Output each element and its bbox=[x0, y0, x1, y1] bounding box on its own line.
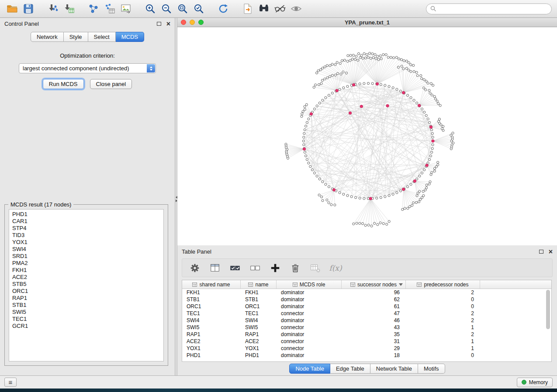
mcds-result-list[interactable]: PHD1CAR1STP4TID3YOX1SWI4SRD1PMA2FKH1ACE2… bbox=[9, 209, 164, 361]
new-network-button[interactable] bbox=[86, 2, 100, 16]
cell: ORC1 bbox=[241, 303, 277, 310]
table-scrollbar[interactable] bbox=[546, 290, 550, 360]
mcds-result-item[interactable]: PHD1 bbox=[12, 211, 163, 218]
table-panel: Table Panel × bbox=[177, 246, 557, 376]
mcds-result-item[interactable]: STP4 bbox=[12, 225, 163, 232]
zoom-fit-button[interactable] bbox=[176, 2, 190, 16]
search-network-button[interactable] bbox=[257, 2, 271, 16]
open-file-button[interactable] bbox=[5, 2, 19, 16]
mcds-result-item[interactable]: RAP1 bbox=[12, 295, 163, 302]
table-row[interactable]: ORC1ORC1dominator610 bbox=[182, 303, 545, 310]
minimize-window-icon[interactable] bbox=[190, 20, 195, 25]
run-mcds-button[interactable]: Run MCDS bbox=[43, 79, 84, 89]
show-details-button[interactable] bbox=[289, 2, 303, 16]
column-header-predecessor-nodes[interactable]: predecessor nodes bbox=[406, 280, 480, 289]
close-panel-icon[interactable]: × bbox=[166, 21, 170, 28]
tab-style[interactable]: Style bbox=[64, 32, 88, 42]
float-panel-icon[interactable] bbox=[157, 22, 161, 26]
add-column-button[interactable] bbox=[270, 262, 281, 274]
import-network-button[interactable] bbox=[46, 2, 60, 16]
hide-details-button[interactable] bbox=[273, 2, 287, 16]
status-menu-button[interactable]: ≡ bbox=[4, 378, 17, 387]
cell: connector bbox=[277, 345, 342, 352]
global-search-field[interactable] bbox=[426, 3, 552, 14]
network-image-icon bbox=[120, 3, 131, 14]
mcds-result-item[interactable]: ORC1 bbox=[12, 288, 163, 295]
network-titlebar[interactable]: YPA_prune.txt_1 bbox=[177, 18, 557, 27]
table-tab-network-table[interactable]: Network Table bbox=[370, 364, 418, 374]
mcds-result-item[interactable]: FKH1 bbox=[12, 267, 163, 274]
function-builder-button[interactable]: f(x) bbox=[330, 262, 341, 274]
table-row[interactable]: SWI5SWI5connector431 bbox=[182, 324, 545, 331]
cell: SWI5 bbox=[241, 324, 277, 331]
tab-select[interactable]: Select bbox=[88, 32, 116, 42]
cell: 47 bbox=[342, 310, 406, 317]
column-header-shared-name[interactable]: shared name bbox=[182, 280, 241, 289]
table-body: FKH1FKH1dominator962STB1STB1dominator620… bbox=[182, 289, 545, 361]
delete-column-button[interactable] bbox=[290, 262, 301, 274]
cell: RAP1 bbox=[241, 331, 277, 338]
mcds-result-groupbox: MCDS result (17 nodes) PHD1CAR1STP4TID3Y… bbox=[4, 204, 168, 366]
select-all-button[interactable] bbox=[229, 262, 241, 274]
mcds-result-item[interactable]: SRD1 bbox=[12, 253, 163, 260]
mcds-result-item[interactable]: GCR1 bbox=[12, 323, 163, 330]
zoom-selected-button[interactable] bbox=[192, 2, 206, 16]
refresh-button[interactable] bbox=[216, 2, 230, 16]
mcds-result-item[interactable]: PMA2 bbox=[12, 260, 163, 267]
table-row[interactable]: ACE2ACE2connector311 bbox=[182, 338, 545, 345]
zoom-in-button[interactable] bbox=[143, 2, 157, 16]
control-panel-tabs: NetworkStyleSelectMCDS bbox=[0, 32, 175, 42]
search-input[interactable] bbox=[439, 6, 547, 12]
maximize-window-icon[interactable] bbox=[198, 20, 204, 25]
table-row[interactable]: SWI4SWI4dominator462 bbox=[182, 317, 545, 324]
mcds-result-item[interactable]: SWI5 bbox=[12, 309, 163, 316]
mcds-result-item[interactable]: YOX1 bbox=[12, 239, 163, 246]
memory-button[interactable]: Memory bbox=[517, 378, 553, 387]
table-row[interactable]: FKH1FKH1dominator962 bbox=[182, 289, 545, 296]
table-tab-motifs[interactable]: Motifs bbox=[418, 364, 445, 374]
network-canvas[interactable] bbox=[177, 28, 557, 245]
table-row[interactable]: RAP1RAP1dominator352 bbox=[182, 331, 545, 338]
zoom-out-button[interactable] bbox=[159, 2, 173, 16]
delete-table-button[interactable] bbox=[310, 262, 321, 274]
deselect-all-button[interactable] bbox=[249, 262, 261, 274]
cell: connector bbox=[277, 310, 342, 317]
table-tab-edge-table[interactable]: Edge Table bbox=[330, 364, 370, 374]
show-columns-button[interactable] bbox=[209, 262, 221, 274]
column-header-MCDS-role[interactable]: MCDS role bbox=[277, 280, 342, 289]
table-tab-node-table[interactable]: Node Table bbox=[289, 364, 330, 374]
mcds-result-item[interactable]: STB1 bbox=[12, 302, 163, 309]
tab-mcds[interactable]: MCDS bbox=[116, 32, 144, 42]
cell: 43 bbox=[342, 324, 406, 331]
network-from-table-button[interactable] bbox=[103, 2, 117, 16]
column-header-name[interactable]: name bbox=[241, 280, 277, 289]
export-document-button[interactable] bbox=[241, 2, 255, 16]
cell: YOX1 bbox=[182, 345, 241, 352]
criterion-dropdown[interactable]: largest connected component (undirected) bbox=[19, 63, 156, 73]
mcds-result-item[interactable]: ACE2 bbox=[12, 274, 163, 281]
mcds-result-item[interactable]: TID3 bbox=[12, 232, 163, 239]
network-image-button[interactable] bbox=[119, 2, 133, 16]
network-graph[interactable] bbox=[177, 28, 557, 245]
table-row[interactable]: TEC1TEC1connector472 bbox=[182, 310, 545, 317]
scrollbar-thumb[interactable] bbox=[546, 290, 550, 329]
mcds-result-item[interactable]: STB5 bbox=[12, 281, 163, 288]
close-window-icon[interactable] bbox=[181, 20, 186, 25]
import-table-button[interactable] bbox=[62, 2, 76, 16]
close-panel-button[interactable]: Close panel bbox=[90, 79, 132, 89]
tab-network[interactable]: Network bbox=[31, 32, 64, 42]
table-row[interactable]: PHD1PHD1dominator180 bbox=[182, 352, 545, 359]
float-table-panel-icon[interactable] bbox=[539, 250, 543, 254]
close-table-panel-icon[interactable]: × bbox=[549, 248, 553, 255]
mcds-result-item[interactable]: TEC1 bbox=[12, 316, 163, 323]
save-button[interactable] bbox=[21, 2, 35, 16]
mcds-result-item[interactable]: SWI4 bbox=[12, 246, 163, 253]
mcds-result-item[interactable]: CAR1 bbox=[12, 218, 163, 225]
cell: FKH1 bbox=[241, 289, 277, 296]
delete-table-icon bbox=[310, 263, 321, 273]
column-header-successor-nodes[interactable]: successor nodes bbox=[342, 280, 406, 289]
table-settings-button[interactable] bbox=[189, 262, 201, 274]
table-row[interactable]: STB1STB1dominator620 bbox=[182, 296, 545, 303]
table-row[interactable]: YOX1YOX1connector291 bbox=[182, 345, 545, 352]
cell: connector bbox=[277, 338, 342, 345]
